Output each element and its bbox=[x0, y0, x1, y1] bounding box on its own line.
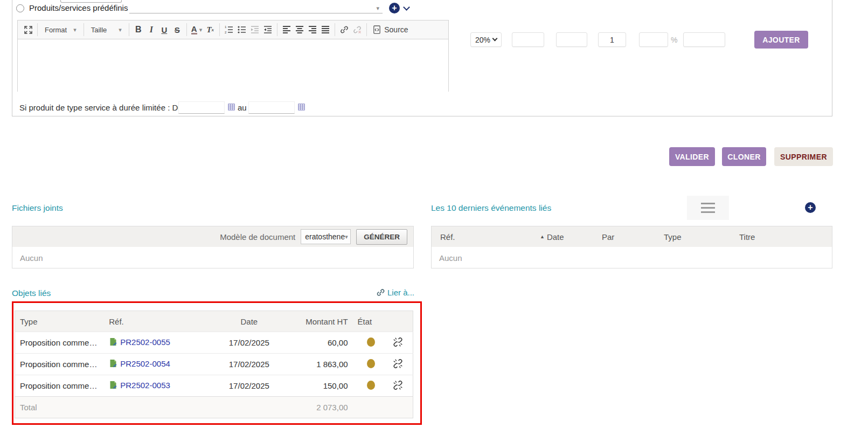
col-date: Date bbox=[224, 311, 275, 332]
select-arrow-icon: ▾ bbox=[345, 233, 348, 240]
size-dropdown[interactable]: Taille ▾ bbox=[87, 23, 126, 37]
hamburger-menu-icon[interactable] bbox=[687, 196, 729, 220]
link-to-link[interactable]: Lier à... bbox=[377, 288, 414, 297]
select-arrow-icon: ▾ bbox=[73, 26, 77, 33]
total-amount: 2 073,00 bbox=[275, 397, 353, 418]
indent-icon[interactable] bbox=[261, 23, 274, 37]
description-editor: Format ▾ Taille ▾ B I U S A ▾ Tx 12 bbox=[17, 20, 449, 92]
unlink-object-icon[interactable] bbox=[393, 361, 402, 370]
linked-objects-table: Type Réf. Date Montant HT État Propositi… bbox=[15, 311, 413, 418]
events-col-ref[interactable]: Réf. bbox=[432, 232, 531, 242]
events-col-date[interactable]: ▲ Date bbox=[531, 232, 593, 242]
unlink-icon[interactable] bbox=[351, 23, 364, 37]
attachments-empty: Aucun bbox=[12, 247, 413, 268]
proposal-doc-icon bbox=[109, 359, 117, 368]
align-center-icon[interactable] bbox=[293, 23, 306, 37]
clone-button[interactable]: CLONER bbox=[722, 147, 766, 166]
sort-asc-icon: ▲ bbox=[540, 234, 545, 239]
chain-icon bbox=[377, 288, 385, 297]
page: Produits/services prédéfinis ▾ + Format … bbox=[0, 0, 868, 441]
ordered-list-icon[interactable]: 12 bbox=[223, 23, 235, 37]
outdent-icon[interactable] bbox=[248, 23, 261, 37]
strikethrough-icon[interactable]: S bbox=[171, 23, 184, 37]
vat-select[interactable]: 20% bbox=[470, 32, 502, 47]
italic-icon[interactable]: I bbox=[145, 23, 158, 37]
extra-input[interactable] bbox=[683, 32, 725, 47]
total-label: Total bbox=[15, 397, 105, 418]
remove-format-icon[interactable]: Tx bbox=[204, 23, 217, 37]
generate-button[interactable]: GÉNÉRER bbox=[356, 229, 407, 245]
table-row: Proposition comme… PR2502-0055 17/02/202… bbox=[15, 332, 413, 354]
source-icon bbox=[373, 25, 381, 34]
linked-objects-header: Type Réf. Date Montant HT État bbox=[15, 311, 413, 332]
add-product-icon[interactable]: + bbox=[389, 3, 400, 13]
events-empty: Aucun bbox=[432, 247, 832, 268]
underline-icon[interactable]: U bbox=[158, 23, 171, 37]
events-header: Réf. ▲ Date Par Type Titre bbox=[432, 226, 832, 247]
link-icon[interactable] bbox=[338, 23, 351, 37]
calendar-icon[interactable] bbox=[298, 103, 305, 113]
qty-input[interactable] bbox=[598, 32, 626, 47]
attachments-header: Modèle de document eratosthene ▾ GÉNÉRER bbox=[12, 226, 413, 247]
proposal-doc-icon bbox=[109, 337, 117, 346]
attachments-title: Fichiers joints bbox=[12, 203, 63, 213]
status-open-icon bbox=[367, 359, 375, 368]
percent-suffix: % bbox=[671, 36, 677, 44]
align-right-icon[interactable] bbox=[306, 23, 319, 37]
col-type: Type bbox=[15, 311, 105, 332]
proposal-ref-link[interactable]: PR2502-0055 bbox=[109, 337, 170, 347]
service-start-date-input[interactable] bbox=[178, 101, 225, 114]
unlink-object-icon[interactable] bbox=[393, 382, 402, 391]
row-date: 17/02/2025 bbox=[224, 332, 275, 354]
row-date: 17/02/2025 bbox=[224, 375, 275, 397]
bullet-list-icon[interactable] bbox=[235, 23, 248, 37]
col-ref: Réf. bbox=[104, 311, 224, 332]
bold-icon[interactable]: B bbox=[132, 23, 145, 37]
validate-button[interactable]: VALIDER bbox=[669, 147, 715, 166]
delete-button[interactable]: SUPPRIMER bbox=[774, 147, 833, 166]
table-row: Proposition comme… PR2502-0053 17/02/202… bbox=[15, 375, 413, 397]
table-row: Proposition comme… PR2502-0054 17/02/202… bbox=[15, 354, 413, 375]
editor-toolbar: Format ▾ Taille ▾ B I U S A ▾ Tx 12 bbox=[18, 20, 448, 39]
doc-model-select[interactable]: eratosthene ▾ bbox=[301, 229, 351, 244]
calendar-icon[interactable] bbox=[228, 103, 235, 113]
select-arrow-icon: ▾ bbox=[199, 26, 203, 33]
status-open-icon bbox=[367, 381, 375, 390]
events-col-titre[interactable]: Titre bbox=[731, 232, 755, 242]
align-left-icon[interactable] bbox=[280, 23, 293, 37]
events-table: Réf. ▲ Date Par Type Titre Aucun bbox=[431, 226, 832, 268]
service-au-label: au bbox=[238, 103, 247, 112]
select-arrow-icon: ▾ bbox=[119, 26, 122, 33]
predefined-product-label: Produits/services prédéfinis bbox=[29, 3, 128, 12]
linked-objects-title: Objets liés bbox=[12, 288, 51, 298]
svg-text:1: 1 bbox=[225, 25, 227, 29]
col-actions bbox=[388, 311, 413, 332]
price-input[interactable] bbox=[512, 32, 544, 47]
service-end-date-input[interactable] bbox=[248, 101, 295, 114]
discount-input[interactable] bbox=[639, 32, 668, 47]
doc-model-label: Modèle de document bbox=[220, 232, 295, 242]
add-line-button[interactable]: AJOUTER bbox=[754, 31, 808, 49]
col-amount: Montant HT bbox=[275, 311, 353, 332]
service-duration-label: Si produit de type service à durée limit… bbox=[19, 103, 183, 112]
unlink-object-icon[interactable] bbox=[393, 339, 402, 348]
select-arrow-icon bbox=[492, 36, 498, 42]
source-button[interactable]: Source bbox=[370, 23, 411, 37]
product-select[interactable]: ▾ bbox=[129, 1, 383, 13]
predefined-product-radio[interactable] bbox=[16, 4, 24, 12]
maximize-icon[interactable] bbox=[22, 23, 34, 37]
description-textarea[interactable] bbox=[18, 39, 448, 92]
add-event-icon[interactable]: + bbox=[805, 202, 816, 213]
proposal-ref-link[interactable]: PR2502-0054 bbox=[109, 359, 170, 368]
format-dropdown[interactable]: Format ▾ bbox=[40, 23, 81, 37]
row-date: 17/02/2025 bbox=[224, 354, 275, 375]
justify-icon[interactable] bbox=[319, 23, 332, 37]
row-type: Proposition comme… bbox=[15, 375, 105, 397]
events-title: Les 10 derniers événements liés bbox=[431, 203, 551, 213]
price-ttc-input[interactable] bbox=[556, 32, 587, 47]
total-row: Total 2 073,00 bbox=[15, 397, 413, 418]
proposal-ref-link[interactable]: PR2502-0053 bbox=[109, 381, 170, 390]
events-col-type[interactable]: Type bbox=[655, 232, 731, 242]
text-color-icon[interactable]: A ▾ bbox=[190, 23, 204, 37]
events-col-par[interactable]: Par bbox=[593, 232, 655, 242]
